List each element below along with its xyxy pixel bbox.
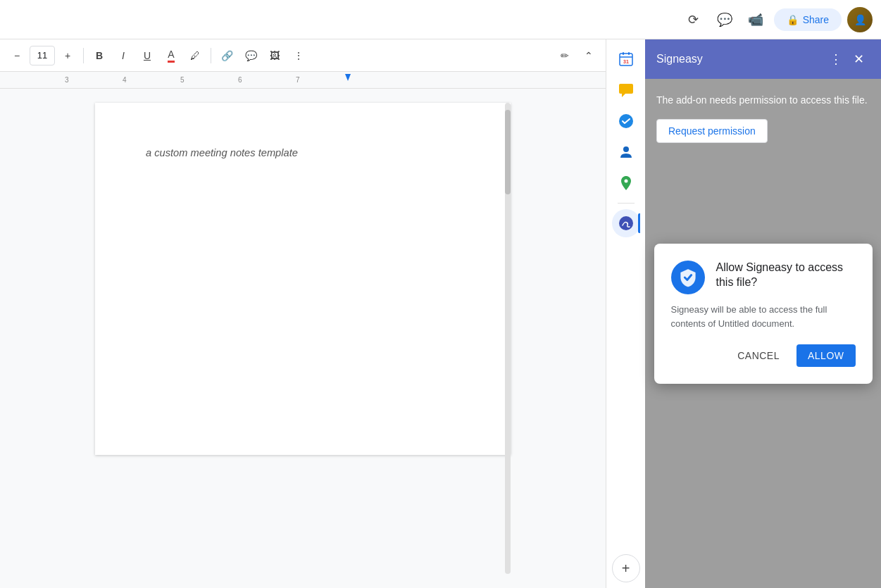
svg-text:31: 31	[623, 59, 629, 64]
main-area: − + B I U A 🖊 🔗 💬 🖼 ⋮ ✏ ⌃ 3	[0, 39, 881, 588]
ruler: 3 4 5 6 7	[0, 72, 606, 89]
dialog-allow-button[interactable]: ALLOW	[796, 344, 856, 367]
share-label: Share	[803, 14, 829, 25]
link-button[interactable]: 🔗	[215, 44, 238, 67]
svg-text:6: 6	[238, 76, 242, 84]
underline-button[interactable]: U	[136, 44, 158, 67]
svg-point-16	[619, 216, 633, 230]
svg-point-14	[623, 146, 629, 152]
font-color-label: A	[168, 49, 174, 63]
format-toolbar: − + B I U A 🖊 🔗 💬 🖼 ⋮ ✏ ⌃	[0, 39, 606, 72]
lock-icon: 🔒	[787, 14, 799, 25]
svg-text:3: 3	[65, 76, 69, 84]
request-permission-button[interactable]: Request permission	[656, 119, 768, 143]
sidebar-calendar-button[interactable]: 31	[612, 45, 640, 73]
svg-marker-5	[345, 74, 351, 81]
italic-button[interactable]: I	[112, 44, 135, 67]
doc-page: a custom meeting notes template	[95, 103, 511, 455]
separator-1	[83, 48, 84, 63]
top-toolbar: ⟳ 💬 📹 🔒 Share 👤	[0, 0, 881, 39]
font-color-button[interactable]: A	[160, 44, 182, 67]
panel-header: Signeasy ⋮ ✕	[645, 39, 881, 79]
pencil-mode-button[interactable]: ✏	[554, 44, 576, 67]
dialog-header: Allow Signeasy to access this file?	[671, 261, 856, 294]
active-indicator	[638, 213, 640, 233]
panel-close-button[interactable]: ✕	[847, 48, 870, 70]
sidebar-chat-button[interactable]	[612, 76, 640, 104]
bold-button[interactable]: B	[88, 44, 111, 67]
separator-2	[211, 48, 211, 63]
highlight-button[interactable]: 🖊	[184, 44, 206, 67]
avatar[interactable]: 👤	[847, 7, 873, 32]
svg-rect-9	[628, 52, 630, 55]
svg-rect-11	[619, 84, 633, 94]
panel-more-button[interactable]: ⋮	[825, 48, 847, 70]
sidebar-signeasy-button[interactable]	[612, 209, 640, 237]
panel-content: The add-on needs permission to access th…	[645, 79, 881, 157]
ruler-marks: 3 4 5 6 7	[0, 72, 606, 88]
svg-marker-12	[622, 94, 625, 97]
chat-button[interactable]: 💬	[712, 7, 737, 32]
sidebar-icons: 31 +	[606, 39, 645, 588]
collapse-button[interactable]: ⌃	[577, 44, 600, 67]
history-button[interactable]: ⟳	[681, 7, 706, 32]
share-button[interactable]: 🔒 Share	[774, 8, 842, 31]
doc-scroll-area[interactable]: a custom meeting notes template	[0, 89, 606, 588]
comment-button[interactable]: 💬	[239, 44, 262, 67]
dialog-title: Allow Signeasy to access this file?	[716, 261, 856, 290]
signeasy-panel: Signeasy ⋮ ✕ The add-on needs permission…	[645, 39, 881, 588]
scroll-indicator[interactable]	[505, 103, 511, 574]
shield-icon	[678, 268, 698, 287]
svg-text:5: 5	[180, 76, 185, 84]
image-button[interactable]: 🖼	[263, 44, 286, 67]
dialog-body: Signeasy will be able to access the full…	[671, 303, 856, 330]
sidebar-maps-button[interactable]	[612, 169, 640, 197]
svg-point-15	[624, 180, 627, 183]
permission-text: The add-on needs permission to access th…	[656, 93, 870, 108]
doc-italic-text: a custom meeting notes template	[146, 145, 460, 161]
increase-font-button[interactable]: +	[56, 44, 79, 67]
sidebar-divider	[618, 203, 635, 204]
panel-title: Signeasy	[656, 53, 825, 65]
avatar-initials: 👤	[847, 7, 873, 32]
svg-text:7: 7	[296, 76, 300, 84]
more-options-button[interactable]: ⋮	[287, 44, 310, 67]
svg-text:4: 4	[123, 76, 127, 84]
sidebar-contacts-button[interactable]	[612, 138, 640, 166]
dialog-cancel-button[interactable]: CANCEL	[726, 344, 791, 367]
scroll-thumb[interactable]	[505, 110, 511, 194]
video-button[interactable]: 📹	[743, 7, 768, 32]
doc-area: − + B I U A 🖊 🔗 💬 🖼 ⋮ ✏ ⌃ 3	[0, 39, 606, 588]
shield-icon-container	[671, 261, 705, 294]
sidebar-tasks-button[interactable]	[612, 107, 640, 135]
font-size-input[interactable]	[30, 46, 55, 65]
sidebar-add-button[interactable]: +	[612, 554, 640, 582]
dialog-actions: CANCEL ALLOW	[671, 344, 856, 367]
permission-dialog: Allow Signeasy to access this file? Sign…	[654, 244, 873, 384]
svg-rect-8	[623, 52, 624, 55]
decrease-font-button[interactable]: −	[6, 44, 28, 67]
